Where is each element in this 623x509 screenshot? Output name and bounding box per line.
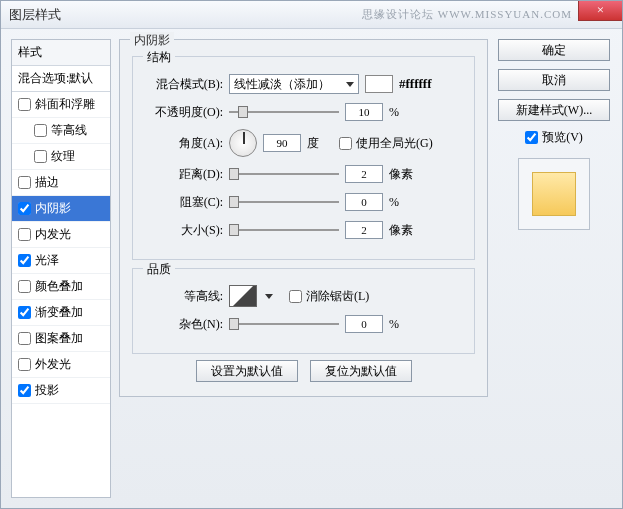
chevron-down-icon (346, 82, 354, 87)
angle-label: 角度(A): (145, 135, 223, 152)
blend-mode-label: 混合模式(B): (145, 76, 223, 93)
style-checkbox[interactable] (18, 254, 31, 267)
styles-list: 样式 混合选项:默认 斜面和浮雕等高线纹理描边内阴影内发光光泽颜色叠加渐变叠加图… (11, 39, 111, 498)
style-label: 等高线 (51, 122, 87, 139)
new-style-button[interactable]: 新建样式(W)... (498, 99, 610, 121)
structure-legend: 结构 (143, 49, 175, 66)
choke-label: 阻塞(C): (145, 194, 223, 211)
opacity-slider[interactable] (229, 104, 339, 120)
style-item-6[interactable]: 光泽 (12, 248, 110, 274)
quality-legend: 品质 (143, 261, 175, 278)
style-item-11[interactable]: 投影 (12, 378, 110, 404)
color-swatch[interactable] (365, 75, 393, 93)
preview-box (518, 158, 590, 230)
style-label: 内阴影 (35, 200, 71, 217)
style-checkbox[interactable] (18, 332, 31, 345)
noise-input[interactable] (345, 315, 383, 333)
style-checkbox[interactable] (18, 202, 31, 215)
style-checkbox[interactable] (34, 150, 47, 163)
panel-title: 内阴影 (130, 32, 174, 49)
style-checkbox[interactable] (18, 358, 31, 371)
distance-input[interactable] (345, 165, 383, 183)
opacity-label: 不透明度(O): (145, 104, 223, 121)
style-checkbox[interactable] (18, 306, 31, 319)
angle-input[interactable] (263, 134, 301, 152)
angle-dial[interactable] (229, 129, 257, 157)
hex-value: #ffffff (399, 76, 431, 92)
style-label: 图案叠加 (35, 330, 83, 347)
global-light-checkbox[interactable]: 使用全局光(G) (339, 135, 433, 152)
style-item-4[interactable]: 内阴影 (12, 196, 110, 222)
style-checkbox[interactable] (18, 176, 31, 189)
right-panel: 确定 取消 新建样式(W)... 预览(V) (496, 39, 612, 498)
style-item-9[interactable]: 图案叠加 (12, 326, 110, 352)
style-checkbox[interactable] (34, 124, 47, 137)
preview-swatch (532, 172, 576, 216)
style-label: 斜面和浮雕 (35, 96, 95, 113)
style-label: 内发光 (35, 226, 71, 243)
choke-input[interactable] (345, 193, 383, 211)
reset-default-button[interactable]: 复位为默认值 (310, 360, 412, 382)
preview-checkbox[interactable]: 预览(V) (525, 129, 583, 146)
style-item-10[interactable]: 外发光 (12, 352, 110, 378)
size-slider[interactable] (229, 222, 339, 238)
style-item-5[interactable]: 内发光 (12, 222, 110, 248)
structure-group: 结构 混合模式(B): 线性减淡（添加） #ffffff 不透明度(O): (132, 56, 475, 260)
noise-label: 杂色(N): (145, 316, 223, 333)
opacity-input[interactable] (345, 103, 383, 121)
style-label: 外发光 (35, 356, 71, 373)
style-item-2[interactable]: 纹理 (12, 144, 110, 170)
cancel-button[interactable]: 取消 (498, 69, 610, 91)
make-default-button[interactable]: 设置为默认值 (196, 360, 298, 382)
inner-shadow-panel: 内阴影 结构 混合模式(B): 线性减淡（添加） #ffffff 不透明度(O)… (119, 39, 488, 397)
style-label: 光泽 (35, 252, 59, 269)
noise-slider[interactable] (229, 316, 339, 332)
size-label: 大小(S): (145, 222, 223, 239)
quality-group: 品质 等高线: 消除锯齿(L) 杂色(N): (132, 268, 475, 354)
style-checkbox[interactable] (18, 384, 31, 397)
chevron-down-icon[interactable] (265, 294, 273, 299)
style-label: 描边 (35, 174, 59, 191)
ok-button[interactable]: 确定 (498, 39, 610, 61)
watermark: 思缘设计论坛 WWW.MISSYUAN.COM (362, 7, 572, 22)
blending-options[interactable]: 混合选项:默认 (12, 66, 110, 92)
style-item-3[interactable]: 描边 (12, 170, 110, 196)
contour-label: 等高线: (145, 288, 223, 305)
titlebar: 图层样式 思缘设计论坛 WWW.MISSYUAN.COM × (1, 1, 622, 29)
style-label: 渐变叠加 (35, 304, 83, 321)
distance-slider[interactable] (229, 166, 339, 182)
settings-panel: 内阴影 结构 混合模式(B): 线性减淡（添加） #ffffff 不透明度(O)… (119, 39, 488, 498)
close-button[interactable]: × (578, 1, 622, 21)
antialias-checkbox[interactable]: 消除锯齿(L) (289, 288, 369, 305)
size-input[interactable] (345, 221, 383, 239)
choke-slider[interactable] (229, 194, 339, 210)
distance-label: 距离(D): (145, 166, 223, 183)
styles-header: 样式 (12, 40, 110, 66)
style-label: 投影 (35, 382, 59, 399)
style-label: 纹理 (51, 148, 75, 165)
style-checkbox[interactable] (18, 98, 31, 111)
dialog-title: 图层样式 (9, 6, 61, 24)
style-item-8[interactable]: 渐变叠加 (12, 300, 110, 326)
style-checkbox[interactable] (18, 228, 31, 241)
style-label: 颜色叠加 (35, 278, 83, 295)
style-item-7[interactable]: 颜色叠加 (12, 274, 110, 300)
contour-picker[interactable] (229, 285, 257, 307)
style-checkbox[interactable] (18, 280, 31, 293)
style-item-0[interactable]: 斜面和浮雕 (12, 92, 110, 118)
blend-mode-select[interactable]: 线性减淡（添加） (229, 74, 359, 94)
layer-style-dialog: 图层样式 思缘设计论坛 WWW.MISSYUAN.COM × 样式 混合选项:默… (0, 0, 623, 509)
style-item-1[interactable]: 等高线 (12, 118, 110, 144)
